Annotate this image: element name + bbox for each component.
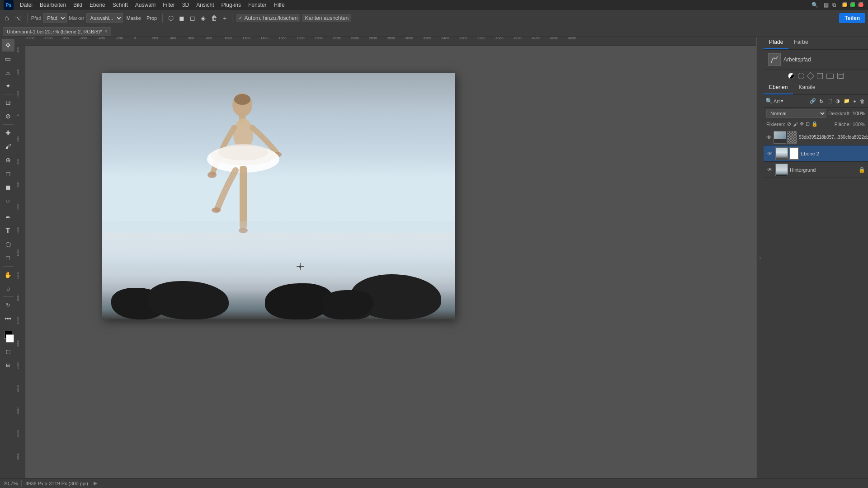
lasso-tool[interactable]: ⌓ xyxy=(2,66,14,79)
more-tools-button[interactable]: ••• xyxy=(2,312,14,325)
lock-artboard-icon[interactable]: ⊡ xyxy=(806,121,810,127)
delete-path-button[interactable]: 🗑 xyxy=(209,14,219,23)
clone-tool[interactable]: ⊕ xyxy=(2,154,14,166)
tool-separator-2 xyxy=(3,124,14,125)
layer-visibility-ebene2[interactable]: 👁 xyxy=(766,150,774,157)
document-tab[interactable]: Unbenannt-1 bei 20,7% (Ebene 2, RGB/8)* … xyxy=(3,27,111,36)
layer-item-ebene2[interactable]: 👁 Ebene 2 xyxy=(764,145,868,162)
lock-transparent-icon[interactable]: ⊘ xyxy=(787,121,791,127)
menu-ansicht[interactable]: Ansicht xyxy=(193,1,217,9)
pen-tool[interactable]: ✒ xyxy=(2,211,14,224)
canvas-image[interactable] xyxy=(102,73,455,319)
adjustment-layer-button[interactable]: ◑ xyxy=(834,97,841,105)
tab-pfade[interactable]: Pfade xyxy=(764,37,788,49)
menu-hilfe[interactable]: Hilfe xyxy=(270,1,288,9)
zoom-level: 20,7% xyxy=(4,481,18,486)
kanten-toggle[interactable]: Kanten ausrichten xyxy=(302,14,351,22)
select-tool[interactable]: ▭ xyxy=(2,52,14,65)
heal-tool[interactable]: ✚ xyxy=(2,127,14,139)
search-layers-icon[interactable]: 🔍 xyxy=(765,98,773,104)
path-item-arbeitspfad[interactable]: Arbeitspfad xyxy=(766,52,865,67)
auswahl-select[interactable]: Auswahl... xyxy=(86,13,123,23)
new-layer-button[interactable]: + xyxy=(852,98,858,105)
make-selection-button[interactable]: ⬡ xyxy=(166,14,175,23)
maske-button[interactable]: Maske xyxy=(125,14,143,22)
maximize-button[interactable]: + xyxy=(850,2,856,8)
lock-position-icon[interactable]: ✥ xyxy=(800,121,804,127)
menu-bearbeiten[interactable]: Bearbeiten xyxy=(36,1,70,9)
layer-mode-diamond-icon[interactable] xyxy=(807,72,815,80)
hand-tool[interactable]: ✋ xyxy=(2,268,14,281)
layers-filter-dropdown[interactable]: ▾ xyxy=(781,98,783,104)
menu-3d[interactable]: 3D xyxy=(179,1,193,9)
crop-tool[interactable]: ⊡ xyxy=(2,96,14,109)
lock-pixels-icon[interactable]: 🖌 xyxy=(793,122,798,127)
tab-ebenen[interactable]: Ebenen xyxy=(764,82,793,94)
path-select[interactable]: Pfad xyxy=(43,13,67,23)
panel-collapse-button[interactable]: › xyxy=(756,37,764,478)
minimize-button[interactable]: − xyxy=(842,2,848,8)
share-button[interactable]: Teilen xyxy=(839,13,865,23)
screen-mode-button[interactable]: ⊟ xyxy=(2,359,14,371)
tab-close-button[interactable]: × xyxy=(104,29,107,34)
menu-plugins[interactable]: Plug-ins xyxy=(218,1,245,9)
status-bar: 20,7% 4936 Px x 3119 Px (300 ppi) ▶ xyxy=(0,478,868,488)
menu-filter[interactable]: Filter xyxy=(159,1,179,9)
layer-style-button[interactable]: fx xyxy=(818,98,825,105)
stroke-path-button[interactable]: ◻ xyxy=(188,14,197,23)
prop-button[interactable]: Prop xyxy=(145,14,159,22)
menu-schrift[interactable]: Schrift xyxy=(109,1,132,9)
workspace-icon[interactable]: ▤ xyxy=(824,2,829,8)
brush-options-button[interactable]: ⌥ xyxy=(13,14,24,23)
load-path-button[interactable]: ◈ xyxy=(199,14,208,23)
magic-wand-tool[interactable]: ✦ xyxy=(2,80,14,92)
dodge-tool[interactable]: ○ xyxy=(2,194,14,207)
background-color[interactable] xyxy=(6,334,14,343)
menu-auswahl[interactable]: Auswahl xyxy=(132,1,159,9)
rotate-3d-tool[interactable]: ↻ xyxy=(2,299,14,311)
move-tool[interactable]: ✥ xyxy=(2,39,14,52)
create-path-button[interactable]: + xyxy=(221,14,228,23)
add-mask-button[interactable]: ⬚ xyxy=(826,97,833,105)
tab-farbe[interactable]: Farbe xyxy=(788,37,813,49)
layer-mode-rect2-icon[interactable] xyxy=(837,73,844,79)
home-button[interactable]: ⌂ xyxy=(3,13,11,23)
layer-mode-circle-icon[interactable] xyxy=(788,73,794,79)
paths-color-tabs: Pfade Farbe xyxy=(764,37,868,50)
quick-mask-button[interactable]: ⬚ xyxy=(2,345,14,358)
menu-ebene[interactable]: Ebene xyxy=(86,1,109,9)
status-info-button[interactable]: ▶ xyxy=(94,480,97,486)
eraser-tool[interactable]: ◻ xyxy=(2,167,14,180)
layer-item-hintergrund[interactable]: 👁 Hintergrund 🔒 xyxy=(764,162,868,178)
layer-mode-rect-icon[interactable] xyxy=(826,74,834,79)
close-button[interactable]: × xyxy=(858,2,864,8)
text-tool[interactable]: T xyxy=(2,225,14,237)
delete-layer-button[interactable]: 🗑 xyxy=(859,98,866,105)
panels-icon[interactable]: ⧉ xyxy=(832,2,836,8)
menu-datei[interactable]: Datei xyxy=(16,1,36,9)
canvas-viewport[interactable] xyxy=(25,46,756,478)
layer-mode-circle2-icon[interactable] xyxy=(798,73,804,79)
layer-mode-square-icon[interactable] xyxy=(817,73,823,79)
shape-tool[interactable]: □ xyxy=(2,252,14,264)
zoom-tool[interactable]: ⌕ xyxy=(2,282,14,295)
lock-all-icon[interactable]: 🔒 xyxy=(811,121,818,127)
layer-visibility-hash[interactable]: 👁 xyxy=(766,134,772,141)
brush-tool[interactable]: 🖌 xyxy=(2,140,14,153)
gradient-tool[interactable]: ◼ xyxy=(2,181,14,193)
blend-mode-select[interactable]: Normal xyxy=(766,109,826,118)
menu-fenster[interactable]: Fenster xyxy=(245,1,270,9)
fill-path-button[interactable]: ◼ xyxy=(177,14,186,23)
layer-item-hash[interactable]: 👁 93db395218b057...330cfda8922cb xyxy=(764,129,868,145)
dodge-icon: ○ xyxy=(6,197,9,204)
app-logo: Ps xyxy=(4,0,14,10)
path-select-tool[interactable]: ⬡ xyxy=(2,238,14,251)
autom-toggle[interactable]: ✓ Autom. hinzu./löschen xyxy=(236,14,300,22)
group-layer-button[interactable]: 📁 xyxy=(842,97,851,105)
menu-bild[interactable]: Bild xyxy=(70,1,86,9)
search-icon[interactable]: 🔍 xyxy=(811,2,818,8)
layer-visibility-hintergrund[interactable]: 👁 xyxy=(766,166,774,174)
link-layers-button[interactable]: 🔗 xyxy=(808,97,817,105)
eyedrop-tool[interactable]: ⊘ xyxy=(2,110,14,122)
tab-kanale[interactable]: Kanäle xyxy=(793,82,821,94)
